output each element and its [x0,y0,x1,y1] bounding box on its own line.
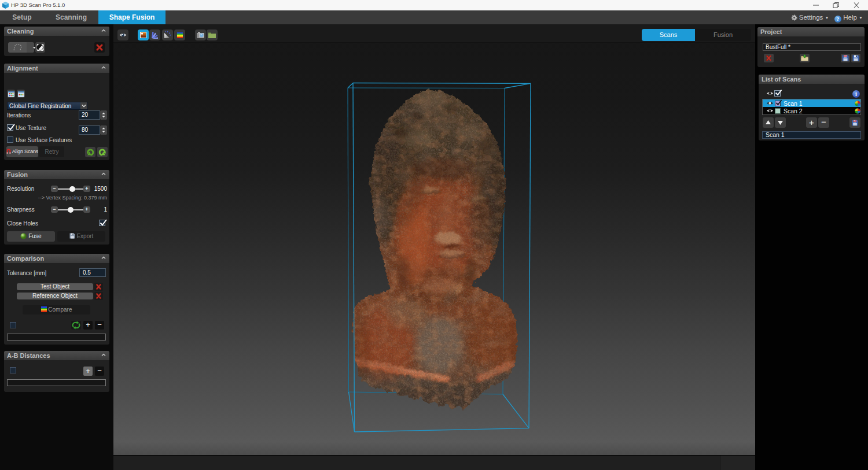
svg-text:AB: AB [853,120,856,123]
svg-text:AB: AB [844,55,848,58]
